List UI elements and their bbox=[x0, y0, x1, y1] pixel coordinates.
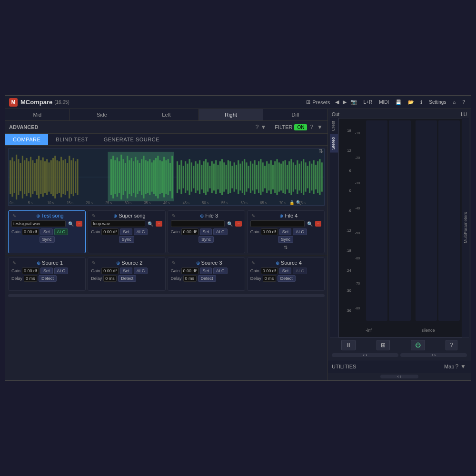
utilities-help-button[interactable]: ? bbox=[454, 362, 459, 371]
next-button[interactable]: ▶ bbox=[342, 98, 347, 106]
slot-1-gain-input[interactable] bbox=[22, 228, 39, 235]
slot-1-set-button[interactable]: Set bbox=[40, 228, 53, 235]
slot-2-set-button[interactable]: Set bbox=[120, 228, 132, 235]
slot-3-file-input[interactable] bbox=[171, 220, 225, 227]
tab-left[interactable]: Left bbox=[134, 109, 199, 120]
slot-2-alc-button[interactable]: ALC bbox=[134, 228, 148, 235]
waveform-expand-button[interactable]: ⇅ bbox=[318, 149, 323, 154]
cslot-3-delay-input[interactable] bbox=[183, 275, 197, 282]
slot-1-search-button[interactable]: 🔍 bbox=[67, 221, 75, 227]
cslot-1-detect-button[interactable]: Detect bbox=[39, 275, 57, 282]
slot-4-set-button[interactable]: Set bbox=[279, 228, 292, 235]
filter-toggle-button[interactable]: ON bbox=[294, 124, 307, 130]
cslot-4-set-button[interactable]: Set bbox=[279, 268, 292, 274]
slot-1-sync-button[interactable]: Sync bbox=[40, 236, 55, 243]
svg-rect-8 bbox=[22, 156, 23, 198]
slot-4-remove-button[interactable]: − bbox=[315, 221, 321, 227]
slot-4-file-input[interactable] bbox=[250, 220, 305, 227]
sources-scrollbar[interactable] bbox=[8, 294, 325, 297]
slot-1-remove-button[interactable]: − bbox=[76, 221, 82, 227]
cslot-3-set-button[interactable]: Set bbox=[200, 268, 212, 274]
cslot-1-alc-button[interactable]: ALC bbox=[54, 268, 69, 274]
slot-3-sync-button[interactable]: Sync bbox=[198, 236, 214, 243]
slot-2-file-input[interactable] bbox=[91, 220, 145, 227]
slot-1-edit-button[interactable]: ✎ bbox=[11, 213, 17, 218]
slot-2-search-button[interactable]: 🔍 bbox=[147, 221, 154, 227]
slot-3-gain-input[interactable] bbox=[181, 228, 198, 235]
slot-1-alc-button[interactable]: ALC bbox=[54, 228, 69, 235]
tab-compare[interactable]: COMPARE bbox=[5, 134, 48, 145]
filter-settings-button[interactable]: ▼ bbox=[316, 123, 324, 131]
advanced-expand-button[interactable]: ▼ bbox=[259, 123, 267, 131]
tab-diff[interactable]: Diff bbox=[263, 109, 327, 120]
filter-help-button[interactable]: ? bbox=[309, 123, 314, 131]
settings-button[interactable]: Settings bbox=[427, 99, 448, 106]
help-button[interactable]: ? bbox=[460, 99, 467, 106]
midi-button[interactable]: MIDI bbox=[377, 99, 391, 106]
slot-row-expand-button[interactable]: ⇅ bbox=[283, 244, 288, 251]
cslot-4-edit-button[interactable]: ✎ bbox=[250, 260, 256, 266]
slot-4-edit-button[interactable]: ✎ bbox=[250, 213, 256, 218]
slot-3-edit-button[interactable]: ✎ bbox=[171, 213, 177, 218]
crest-tab[interactable]: Crest bbox=[330, 118, 338, 134]
cslot-2-delay-input[interactable] bbox=[103, 275, 117, 282]
cslot-2-set-button[interactable]: Set bbox=[120, 268, 132, 274]
meter-scrollbar-left[interactable]: ‹ › bbox=[332, 353, 398, 357]
cslot-4-gain-input[interactable] bbox=[261, 268, 278, 274]
slot-2-edit-button[interactable]: ✎ bbox=[91, 213, 97, 218]
slot-1-file-input[interactable] bbox=[11, 220, 66, 227]
slot-3-remove-button[interactable]: − bbox=[235, 221, 241, 227]
cslot-3-gain-input[interactable] bbox=[181, 268, 198, 274]
info-button[interactable]: ℹ bbox=[418, 99, 424, 106]
slot-3-alc-button[interactable]: ALC bbox=[213, 228, 228, 235]
cslot-2-alc-button[interactable]: ALC bbox=[134, 268, 148, 274]
lr-button[interactable]: L+R bbox=[362, 99, 375, 106]
capture-button[interactable]: ⊞ bbox=[377, 340, 390, 350]
prev-button[interactable]: ◀ bbox=[334, 98, 340, 106]
camera-button[interactable]: 📷 bbox=[349, 98, 358, 106]
slot-3-search-button[interactable]: 🔍 bbox=[226, 221, 234, 227]
cslot-3-detect-button[interactable]: Detect bbox=[198, 275, 216, 282]
slot-2-gain-input[interactable] bbox=[101, 228, 119, 235]
stereo-tab[interactable]: Stereo bbox=[330, 134, 338, 153]
slot-4-sync-button[interactable]: Sync bbox=[278, 236, 293, 243]
slot-4-search-button[interactable]: 🔍 bbox=[306, 221, 314, 227]
slot-2-remove-button[interactable]: − bbox=[156, 221, 162, 227]
slot-2-sync-button[interactable]: Sync bbox=[119, 236, 134, 243]
cslot-1-gain-input[interactable] bbox=[22, 268, 39, 274]
power-button[interactable]: ⏻ bbox=[411, 340, 425, 350]
presets-button[interactable]: ⊞ Presets bbox=[306, 99, 330, 105]
tab-mid[interactable]: Mid bbox=[5, 109, 70, 120]
tab-generate-source[interactable]: GENERATE SOURCE bbox=[96, 134, 167, 145]
tab-blind-test[interactable]: BLIND TEST bbox=[48, 134, 96, 145]
advanced-help-button[interactable]: ? bbox=[255, 123, 260, 131]
cslot-4-delay-input[interactable] bbox=[263, 275, 276, 282]
svg-rect-53 bbox=[143, 156, 144, 198]
svg-rect-25 bbox=[57, 160, 58, 194]
cslot-4-alc-button[interactable]: ALC bbox=[293, 268, 307, 274]
home-button[interactable]: ⌂ bbox=[451, 99, 457, 106]
pause-button[interactable]: ⏸ bbox=[341, 340, 356, 350]
save-button[interactable]: 💾 bbox=[394, 99, 403, 106]
svg-rect-21 bbox=[48, 162, 50, 191]
cslot-2-edit-button[interactable]: ✎ bbox=[91, 260, 97, 266]
cslot-1-set-button[interactable]: Set bbox=[40, 268, 53, 274]
slot-3-set-button[interactable]: Set bbox=[200, 228, 212, 235]
cslot-3-edit-button[interactable]: ✎ bbox=[171, 260, 177, 266]
load-button[interactable]: 📂 bbox=[406, 99, 416, 106]
utilities-scrollbar[interactable]: ‹ › bbox=[380, 375, 418, 378]
cslot-2-detect-button[interactable]: Detect bbox=[118, 275, 136, 282]
slot-4-gain-input[interactable] bbox=[261, 228, 278, 235]
cslot-1-delay-input[interactable] bbox=[24, 275, 37, 282]
info2-button[interactable]: ? bbox=[446, 340, 457, 350]
cslot-2-gain-input[interactable] bbox=[101, 268, 119, 274]
cslot-1-edit-button[interactable]: ✎ bbox=[11, 260, 17, 266]
utilities-expand-button[interactable]: ▼ bbox=[459, 362, 467, 371]
cslot-4-detect-button[interactable]: Detect bbox=[278, 275, 296, 282]
svg-rect-33 bbox=[73, 158, 74, 196]
tab-right[interactable]: Right bbox=[199, 109, 264, 120]
cslot-3-alc-button[interactable]: ALC bbox=[213, 268, 228, 274]
meter-scrollbar-right[interactable]: ‹ › bbox=[400, 353, 467, 357]
slot-4-alc-button[interactable]: ALC bbox=[293, 228, 307, 235]
tab-side[interactable]: Side bbox=[70, 109, 135, 120]
